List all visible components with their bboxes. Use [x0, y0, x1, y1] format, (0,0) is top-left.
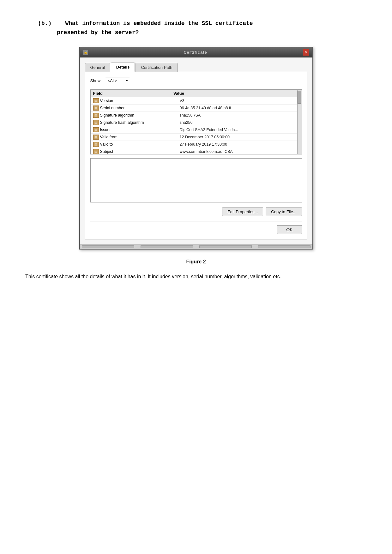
- scrollbar[interactable]: [297, 90, 302, 154]
- question-heading: (b.) What information is embedded inside…: [38, 19, 367, 37]
- window-title: Certificate: [88, 50, 303, 55]
- row-value-4: DigiCert SHA2 Extended Valida...: [180, 128, 299, 132]
- figure-caption: Figure 2: [25, 259, 367, 265]
- scrollbar-thumb: [298, 91, 301, 104]
- row-value-7: www.commbank.com.au, CBA: [180, 149, 299, 154]
- cert-rows[interactable]: ▤ Version V3 ▤ Serial number 06 4a 85 21…: [91, 97, 302, 154]
- row-icon-4: ▤: [93, 127, 99, 132]
- show-label: Show:: [90, 78, 102, 83]
- question-text: What information is embedded inside the …: [65, 20, 253, 27]
- row-field-1: Serial number: [100, 106, 180, 110]
- row-icon-3: ▤: [93, 120, 99, 125]
- row-value-6: 27 February 2019 17:30:00: [180, 142, 299, 147]
- row-icon-5: ▤: [93, 135, 99, 140]
- tab-content: Show: <All> Field Value ▤ Version: [85, 72, 307, 239]
- row-icon-7: ▤: [93, 149, 99, 154]
- window-body: General Details Certification Path Show:…: [80, 57, 312, 244]
- table-row[interactable]: ▤ Valid from 12 December 2017 05:30:00: [91, 134, 302, 141]
- row-field-3: Signature hash algorithm: [100, 120, 180, 125]
- row-field-7: Subject: [100, 149, 180, 154]
- table-row[interactable]: ▤ Subject www.commbank.com.au, CBA: [91, 148, 302, 154]
- row-field-2: Signature algorithm: [100, 113, 180, 117]
- show-value: <All>: [108, 78, 117, 83]
- bottom-bar-seg-4: [258, 245, 311, 248]
- edit-properties-button[interactable]: Edit Properties...: [222, 208, 263, 216]
- table-row[interactable]: ▤ Signature algorithm sha256RSA: [91, 112, 302, 119]
- close-button[interactable]: ✕: [303, 49, 309, 56]
- row-icon-2: ▤: [93, 113, 99, 118]
- row-value-1: 06 4a 85 21 49 d8 ad 48 b8 ff ...: [180, 106, 299, 110]
- show-row: Show: <All>: [90, 77, 302, 84]
- row-field-4: Issuer: [100, 128, 180, 132]
- table-row[interactable]: ▤ Valid to 27 February 2019 17:30:00: [91, 141, 302, 148]
- copy-to-file-button[interactable]: Copy to File...: [266, 208, 302, 216]
- window-bottom-bar: [80, 244, 312, 249]
- tab-details[interactable]: Details: [111, 63, 135, 72]
- bottom-bar-seg-2: [141, 245, 193, 248]
- ok-button[interactable]: OK: [277, 225, 302, 234]
- row-field-0: Version: [100, 99, 180, 103]
- certificate-window: 🔒 Certificate ✕ General Details Certific…: [79, 47, 313, 250]
- tab-general[interactable]: General: [85, 63, 110, 72]
- show-dropdown[interactable]: <All>: [105, 77, 130, 84]
- table-row[interactable]: ▤ Signature hash algorithm sha256: [91, 119, 302, 126]
- row-value-2: sha256RSA: [180, 113, 299, 117]
- cert-table: Field Value ▤ Version V3 ▤ Serial number…: [90, 89, 302, 154]
- bottom-bar-seg-3: [199, 245, 252, 248]
- row-value-5: 12 December 2017 05:30:00: [180, 135, 299, 139]
- body-text: This certificate shows all the details o…: [25, 272, 367, 281]
- row-value-3: sha256: [180, 120, 299, 125]
- window-titlebar: 🔒 Certificate ✕: [80, 47, 312, 57]
- question-label: (b.): [38, 20, 51, 27]
- window-wrapper: 🔒 Certificate ✕ General Details Certific…: [25, 47, 367, 250]
- row-field-6: Valid to: [100, 142, 180, 147]
- tabs-row: General Details Certification Path: [85, 63, 307, 72]
- ok-row: OK: [90, 221, 302, 234]
- row-icon-6: ▤: [93, 142, 99, 147]
- col-field-header: Field: [93, 91, 173, 96]
- question-text2: presented by the server?: [57, 28, 367, 37]
- cert-table-header: Field Value: [91, 90, 302, 97]
- row-icon-0: ▤: [93, 98, 99, 103]
- col-value-header: Value: [173, 91, 294, 96]
- table-row[interactable]: ▤ Serial number 06 4a 85 21 49 d8 ad 48 …: [91, 105, 302, 112]
- buttons-row: Edit Properties... Copy to File...: [90, 208, 302, 216]
- table-row[interactable]: ▤ Version V3: [91, 97, 302, 105]
- table-row[interactable]: ▤ Issuer DigiCert SHA2 Extended Valida..…: [91, 126, 302, 134]
- tab-certification-path[interactable]: Certification Path: [136, 63, 178, 72]
- row-icon-1: ▤: [93, 105, 99, 111]
- window-icon: 🔒: [83, 50, 88, 55]
- row-field-5: Valid from: [100, 135, 180, 139]
- row-value-0: V3: [180, 99, 299, 103]
- detail-box: [90, 158, 302, 202]
- bottom-bar-seg-1: [82, 245, 134, 248]
